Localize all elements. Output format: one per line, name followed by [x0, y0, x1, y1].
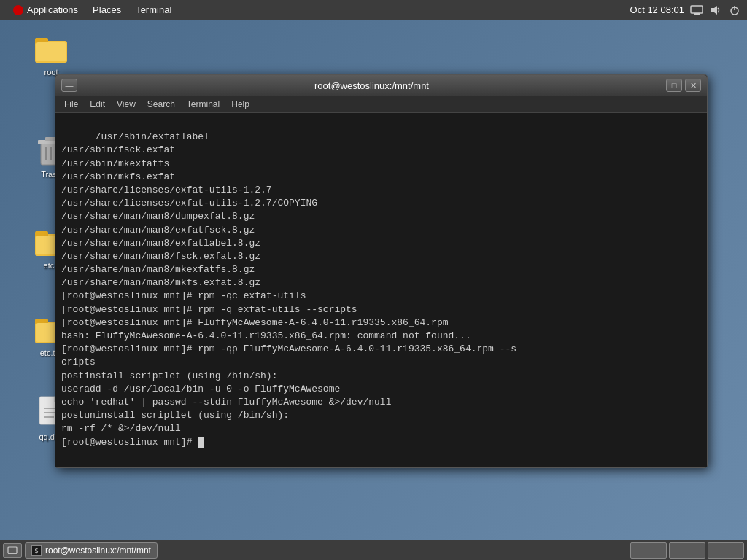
menu-file[interactable]: File — [58, 96, 84, 113]
top-bar-right: Oct 12 08:01 — [630, 4, 741, 17]
svg-rect-0 — [691, 6, 703, 13]
taskbar: $ root@westoslinux:/mnt/mnt — [0, 540, 747, 560]
datetime-label: Oct 12 08:01 — [630, 4, 684, 15]
terminal-window: — root@westoslinux:/mnt/mnt □ ✕ File Edi… — [55, 74, 708, 468]
redhat-icon — [13, 5, 23, 15]
svg-rect-1 — [694, 13, 700, 15]
taskbar-btn-3[interactable] — [708, 542, 744, 559]
folder-icon — [34, 31, 69, 66]
show-desktop-icon — [7, 546, 18, 555]
menu-terminal[interactable]: Terminal — [181, 96, 225, 113]
menu-view[interactable]: View — [111, 96, 142, 113]
svg-marker-3 — [711, 6, 717, 15]
minimize-button[interactable]: — — [61, 79, 77, 92]
power-icon[interactable] — [728, 4, 741, 17]
top-bar-left: Applications Places Terminal — [6, 0, 179, 20]
window-controls-right: □ ✕ — [666, 79, 701, 92]
terminal-titlebar: — root@westoslinux:/mnt/mnt □ ✕ — [55, 75, 707, 96]
taskbar-terminal-label: root@westoslinux:/mnt/mnt — [45, 545, 151, 556]
volume-icon[interactable] — [709, 4, 722, 17]
terminal-label: Terminal — [136, 4, 171, 15]
window-controls-left: — — [61, 79, 77, 92]
svg-rect-8 — [36, 42, 66, 61]
terminal-window-title: root@westoslinux:/mnt/mnt — [77, 80, 666, 91]
close-button[interactable]: ✕ — [685, 79, 701, 92]
menu-help[interactable]: Help — [225, 96, 255, 113]
places-menu[interactable]: Places — [85, 0, 128, 20]
taskbar-right-buttons — [630, 542, 744, 559]
top-menubar: Applications Places Terminal Oct 12 08:0… — [0, 0, 747, 20]
taskbar-btn-2[interactable] — [669, 542, 705, 559]
terminal-content[interactable]: /usr/sbin/exfatlabel /usr/sbin/fsck.exfa… — [55, 113, 707, 467]
applications-menu[interactable]: Applications — [6, 0, 85, 20]
places-label: Places — [93, 4, 121, 15]
menu-edit[interactable]: Edit — [84, 96, 111, 113]
taskbar-terminal-item[interactable]: $ root@westoslinux:/mnt/mnt — [25, 542, 158, 559]
terminal-menu[interactable]: Terminal — [128, 0, 179, 20]
menu-search[interactable]: Search — [142, 96, 181, 113]
desktop: root Trash etc.t etc.tar — [0, 20, 747, 540]
show-desktop-button[interactable] — [3, 543, 22, 558]
terminal-text: /usr/sbin/exfatlabel /usr/sbin/fsck.exfa… — [61, 131, 516, 447]
taskbar-terminal-icon: $ — [31, 545, 42, 556]
desktop-icon-root[interactable]: root — [22, 31, 80, 77]
applications-label: Applications — [27, 4, 78, 15]
svg-rect-26 — [8, 547, 17, 553]
maximize-button[interactable]: □ — [666, 79, 682, 92]
network-icon[interactable] — [690, 4, 703, 17]
terminal-cursor — [198, 438, 204, 448]
terminal-menubar: File Edit View Search Terminal Help — [55, 96, 707, 113]
taskbar-btn-1[interactable] — [630, 542, 667, 559]
